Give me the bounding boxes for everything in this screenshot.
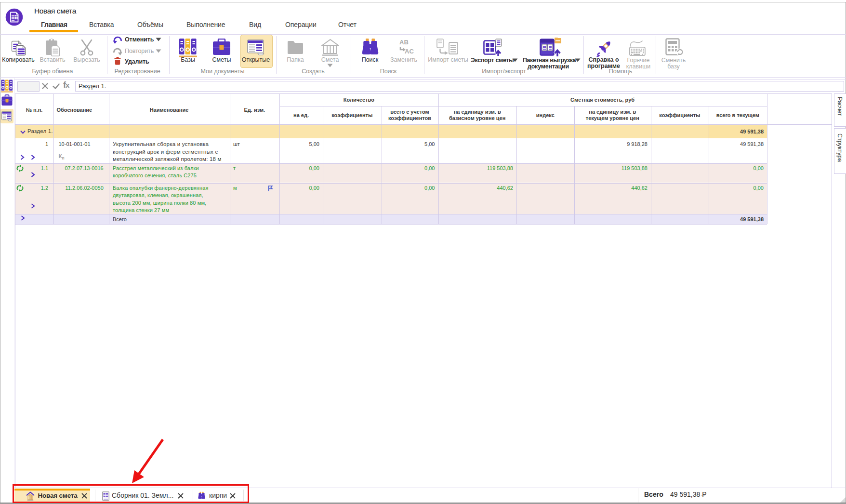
svg-text:AB: AB <box>399 39 409 46</box>
svg-text:AC: AC <box>405 48 414 55</box>
